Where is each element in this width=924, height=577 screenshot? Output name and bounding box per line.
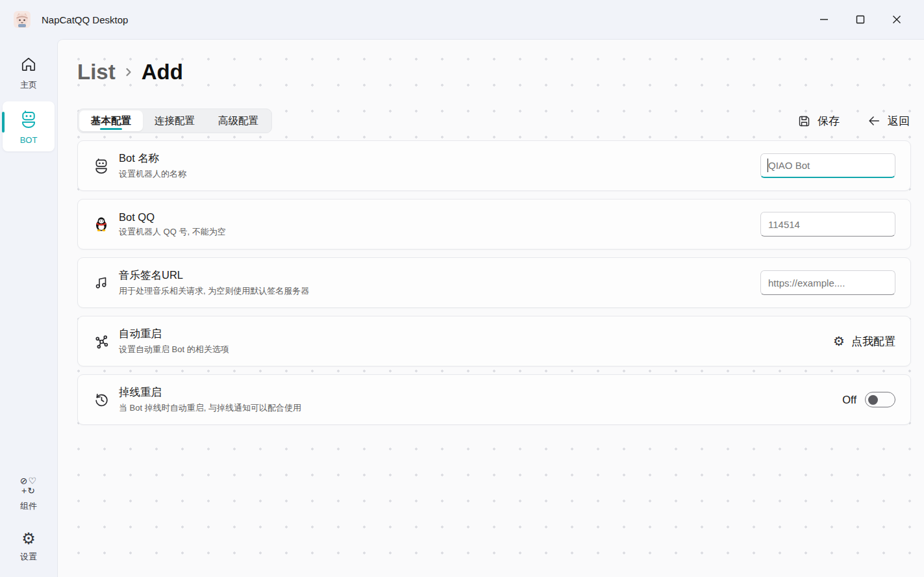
breadcrumb-list-link[interactable]: List <box>77 60 116 84</box>
save-button[interactable]: 保存 <box>797 114 840 129</box>
music-sign-url-input[interactable] <box>760 270 895 295</box>
back-arrow-icon <box>867 114 881 128</box>
maximize-icon <box>856 15 865 24</box>
offline-restart-toggle[interactable] <box>865 392 895 407</box>
card-bot-name: Bot 名称 设置机器人的名称 <box>77 140 911 191</box>
gear-icon: ⚙ <box>833 335 845 348</box>
sidebar-item-settings[interactable]: ⚙ 设置 <box>3 522 55 569</box>
card-offline-restart: 掉线重启 当 Bot 掉线时自动重启, 与掉线通知可以配合使用 Off <box>77 374 911 425</box>
app-logo-icon <box>13 10 31 29</box>
sidebar: 主页 BOT ⊘♡+↻ 组件 ⚙ 设置 <box>0 39 57 577</box>
page-title: Add <box>142 60 183 84</box>
back-button[interactable]: 返回 <box>867 114 910 129</box>
titlebar: NapCatQQ Desktop <box>0 0 924 39</box>
robot-icon <box>19 109 38 129</box>
sidebar-item-components[interactable]: ⊘♡+↻ 组件 <box>3 468 55 519</box>
maximize-button[interactable] <box>842 5 879 34</box>
card-bot-qq: Bot QQ 设置机器人 QQ 号, 不能为空 <box>77 199 911 250</box>
history-icon <box>92 392 110 408</box>
tab-basic-config[interactable]: 基本配置 <box>79 110 143 131</box>
card-title: 音乐签名URL <box>119 268 760 283</box>
home-icon <box>20 56 37 73</box>
card-subtitle: 设置机器人 QQ 号, 不能为空 <box>119 226 760 238</box>
card-subtitle: 设置自动重启 Bot 的相关选项 <box>119 344 833 355</box>
card-title: 自动重启 <box>119 327 833 341</box>
app-identity: NapCatQQ Desktop <box>0 10 128 29</box>
minimize-icon <box>819 15 829 24</box>
close-icon <box>892 15 901 24</box>
text-caret <box>768 159 768 172</box>
toggle-knob <box>868 395 878 405</box>
toggle-state-label: Off <box>842 394 856 406</box>
sidebar-item-label: 组件 <box>3 500 55 512</box>
save-icon <box>797 114 811 128</box>
chevron-right-icon <box>122 66 135 79</box>
gear-icon: ⚙ <box>21 530 36 547</box>
breadcrumb: List Add <box>77 60 183 84</box>
qq-icon <box>92 216 110 232</box>
active-tab-underline <box>100 128 122 130</box>
sidebar-item-home[interactable]: 主页 <box>3 48 55 97</box>
top-actions: 保存 返回 <box>797 114 910 129</box>
card-auto-restart: 自动重启 设置自动重启 Bot 的相关选项 ⚙ 点我配置 <box>77 316 911 366</box>
sidebar-item-label: 主页 <box>3 79 55 91</box>
minimize-button[interactable] <box>806 5 842 34</box>
card-title: 掉线重启 <box>119 385 842 400</box>
bot-qq-input[interactable] <box>760 212 895 237</box>
tab-advanced-config[interactable]: 高级配置 <box>206 110 270 131</box>
config-tabbar: 基本配置 连接配置 高级配置 <box>77 109 272 133</box>
card-music-sign-url: 音乐签名URL 用于处理音乐相关请求, 为空则使用默认签名服务器 <box>77 257 911 308</box>
tab-connection-config[interactable]: 连接配置 <box>143 110 206 131</box>
card-subtitle: 当 Bot 掉线时自动重启, 与掉线通知可以配合使用 <box>119 402 842 414</box>
configure-button[interactable]: ⚙ 点我配置 <box>833 334 895 349</box>
active-indicator <box>2 112 5 133</box>
sidebar-item-label: BOT <box>3 135 55 145</box>
card-subtitle: 用于处理音乐相关请求, 为空则使用默认签名服务器 <box>119 285 760 297</box>
robot-icon <box>92 157 110 174</box>
restart-nodes-icon <box>92 333 110 350</box>
settings-card-list: Bot 名称 设置机器人的名称 <box>77 140 911 425</box>
offline-restart-toggle-group: Off <box>842 392 895 407</box>
toolbar-row: 基本配置 连接配置 高级配置 保存 <box>77 107 910 135</box>
music-note-icon <box>92 275 110 290</box>
window-controls <box>806 0 924 39</box>
main-panel: List Add 基本配置 连接配置 高级配置 <box>57 39 924 577</box>
sidebar-item-label: 设置 <box>3 551 55 563</box>
card-title: Bot QQ <box>119 211 760 224</box>
card-title: Bot 名称 <box>119 151 760 166</box>
bot-name-input[interactable] <box>760 153 895 178</box>
sidebar-item-bot[interactable]: BOT <box>3 101 55 151</box>
components-icon: ⊘♡+↻ <box>18 476 40 496</box>
close-button[interactable] <box>879 5 915 34</box>
card-subtitle: 设置机器人的名称 <box>119 168 760 180</box>
app-title: NapCatQQ Desktop <box>42 14 128 25</box>
